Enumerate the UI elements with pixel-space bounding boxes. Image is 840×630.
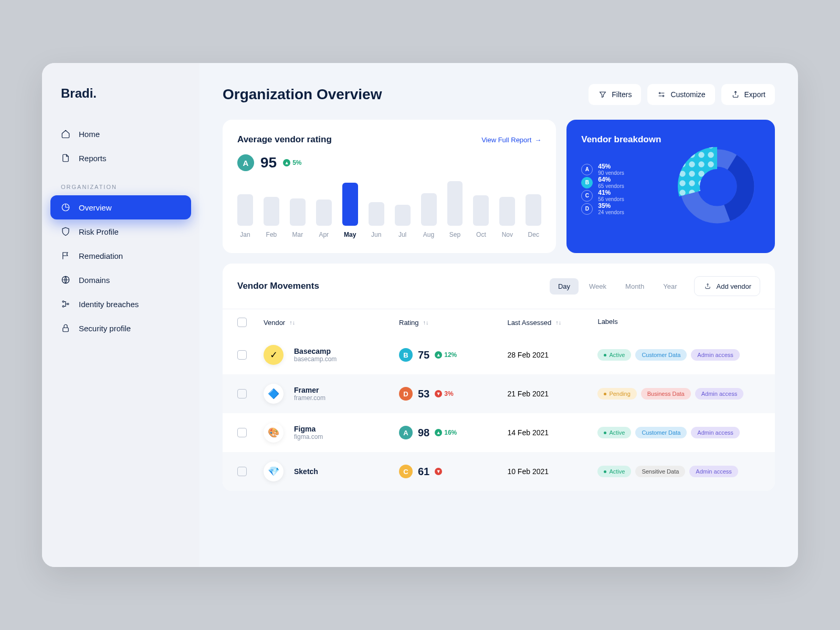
view-report-link[interactable]: View Full Report → (481, 136, 541, 144)
sliders-icon (657, 90, 666, 99)
shield-icon (61, 227, 70, 236)
row-checkbox[interactable] (237, 389, 247, 398)
rating-bar-chart: JanFebMarAprMayJunJulAugSepOctNovDec (237, 181, 541, 238)
label-pill: Customer Data (635, 427, 687, 438)
bar-dec[interactable]: Dec (526, 194, 541, 238)
export-label: Export (744, 90, 765, 99)
sidebar-item-remediation[interactable]: Remediation (42, 244, 200, 268)
svg-rect-5 (63, 328, 69, 332)
grade-badge: B (399, 348, 413, 362)
nav-item-label: Overview (79, 203, 112, 212)
bar-oct[interactable]: Oct (473, 195, 489, 238)
vendor-logo: 💎 (264, 461, 284, 481)
movements-title: Vendor Movements (237, 281, 319, 291)
bar-label: May (344, 231, 356, 238)
nav-item-label: Remediation (79, 251, 123, 260)
rating-delta: ▼3% (435, 390, 453, 397)
sidebar-item-overview[interactable]: Overview (50, 195, 191, 219)
breakdown-sub: 65 vendors (598, 183, 624, 189)
sort-icon[interactable]: ↑↓ (423, 319, 429, 326)
period-tab-year[interactable]: Year (655, 278, 685, 295)
bar-may[interactable]: May (342, 183, 358, 238)
grade-badge: D (581, 203, 593, 215)
bar (369, 202, 384, 226)
label-pill: Active (597, 427, 631, 438)
sidebar-item-risk-profile[interactable]: Risk Profile (42, 219, 200, 244)
bar-aug[interactable]: Aug (421, 193, 437, 238)
bar (395, 205, 411, 226)
home-icon (61, 129, 70, 139)
rating-value: 53 (418, 388, 429, 400)
bar (421, 193, 437, 226)
breakdown-title: Vendor breakdown (581, 134, 661, 145)
export-button[interactable]: Export (721, 84, 775, 105)
sort-icon[interactable]: ↑↓ (289, 319, 295, 326)
breakdown-pct: 64% (598, 176, 624, 183)
arrow-up-icon: ▲ (435, 351, 442, 359)
bar-sep[interactable]: Sep (447, 181, 463, 238)
rating-value: 61 (418, 466, 429, 478)
grade-badge: B (581, 177, 593, 188)
grade-badge: A (581, 164, 593, 175)
arrow-down-icon: ▼ (435, 468, 442, 475)
arrow-down-icon: ▼ (435, 390, 442, 397)
plus-icon (703, 281, 712, 291)
bar-apr[interactable]: Apr (316, 200, 332, 238)
grade-badge: A (237, 154, 254, 171)
row-checkbox[interactable] (237, 428, 247, 437)
rating-delta: ▼ (435, 468, 442, 475)
vendor-logo: 🔷 (264, 384, 284, 404)
bar-feb[interactable]: Feb (264, 197, 279, 238)
sort-icon[interactable]: ↑↓ (555, 319, 561, 326)
row-labels: ActiveCustomer DataAdmin access (597, 349, 760, 361)
breakdown-sub: 24 vendors (598, 209, 624, 215)
page-title: Organization Overview (223, 86, 382, 103)
nav-item-label: Home (79, 130, 100, 139)
row-checkbox[interactable] (237, 350, 247, 360)
page-header: Organization Overview Filters Customize … (223, 84, 775, 105)
period-tab-week[interactable]: Week (581, 278, 615, 295)
bar-label: Oct (476, 231, 486, 238)
bar-jul[interactable]: Jul (395, 205, 411, 238)
breakdown-sub: 90 vendors (598, 170, 624, 176)
svg-point-2 (62, 301, 64, 302)
table-row[interactable]: 🔷 Framerframer.com D 53 ▼3% 21 Feb 2021 … (223, 374, 775, 413)
breakdown-item-b: B64%65 vendors (581, 176, 661, 189)
rating-value: 98 (418, 427, 429, 439)
bar-label: Dec (528, 231, 539, 238)
customize-label: Customize (670, 90, 705, 99)
filters-button[interactable]: Filters (589, 84, 641, 105)
period-tab-day[interactable]: Day (550, 278, 579, 295)
last-assessed: 28 Feb 2021 (507, 351, 597, 359)
row-labels: ActiveCustomer DataAdmin access (597, 427, 760, 438)
vendor-movements-card: Vendor Movements DayWeekMonthYear Add ve… (223, 264, 775, 491)
period-tab-month[interactable]: Month (617, 278, 653, 295)
bar-label: Sep (449, 231, 460, 238)
vendor-logo: 🎨 (264, 423, 284, 443)
bar (447, 181, 463, 226)
avg-rating-card: Average vendor rating View Full Report →… (223, 120, 556, 253)
sidebar-item-identity-breaches[interactable]: Identity breaches (42, 292, 200, 316)
label-pill: Active (597, 466, 631, 477)
bar-nov[interactable]: Nov (499, 197, 515, 238)
table-row[interactable]: 💎 Sketch C 61 ▼ 10 Feb 2021 ActiveSensit… (223, 452, 775, 491)
nav-item-home[interactable]: Home (42, 122, 200, 146)
bar (526, 194, 541, 226)
customize-button[interactable]: Customize (647, 84, 715, 105)
label-pill: Admin access (691, 349, 739, 361)
rating-summary: A 95 ▲ 5% (237, 154, 541, 171)
sidebar-item-domains[interactable]: Domains (42, 268, 200, 292)
add-vendor-button[interactable]: Add vendor (694, 276, 761, 296)
label-pill: Pending (597, 388, 636, 400)
row-checkbox[interactable] (237, 467, 247, 476)
nodes-icon (61, 299, 70, 309)
bar-jun[interactable]: Jun (369, 202, 384, 238)
nav-item-reports[interactable]: Reports (42, 146, 200, 170)
rating-value: 95 (260, 154, 277, 171)
sidebar-item-security-profile[interactable]: Security profile (42, 316, 200, 340)
select-all-checkbox[interactable] (237, 318, 247, 327)
table-row[interactable]: 🎨 Figmafigma.com A 98 ▲16% 14 Feb 2021 A… (223, 413, 775, 452)
bar-mar[interactable]: Mar (290, 198, 306, 238)
table-row[interactable]: ✓ Basecampbasecamp.com B 75 ▲12% 28 Feb … (223, 335, 775, 374)
bar-jan[interactable]: Jan (237, 194, 253, 238)
